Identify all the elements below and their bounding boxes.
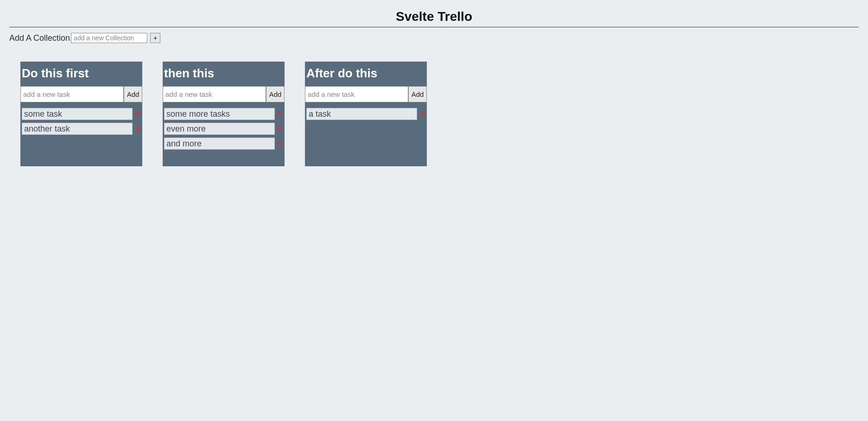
add-task-input[interactable] (20, 86, 124, 102)
task-text[interactable]: even more (164, 123, 275, 135)
add-task-input[interactable] (163, 86, 266, 102)
task-text[interactable]: and more (164, 138, 275, 150)
task-row: a taskX (305, 108, 427, 120)
collection-title: Do this first (20, 62, 142, 86)
delete-icon[interactable]: X (134, 125, 141, 132)
delete-icon[interactable]: X (277, 140, 283, 147)
add-task-row: Add (20, 86, 142, 102)
add-task-button[interactable]: Add (408, 86, 427, 102)
collection: After do thisAdda taskX (305, 62, 427, 166)
collection-title: then this (163, 62, 285, 86)
collection: Do this firstAddsome taskXanother taskX (20, 62, 142, 166)
delete-icon[interactable]: X (419, 110, 425, 118)
add-collection-button[interactable]: + (150, 33, 160, 43)
task-text[interactable]: a task (306, 108, 417, 120)
board: Do this firstAddsome taskXanother taskXt… (9, 62, 859, 166)
task-row: another taskX (20, 123, 142, 135)
add-collection-input[interactable] (71, 33, 147, 43)
task-text[interactable]: another task (22, 123, 133, 135)
add-task-button[interactable]: Add (124, 86, 142, 102)
task-text[interactable]: some more tasks (164, 108, 275, 120)
collection-title: After do this (305, 62, 427, 86)
add-collection-label: Add A Collection (9, 33, 70, 43)
page-title: Svelte Trello (9, 9, 859, 24)
add-task-row: Add (305, 86, 427, 102)
add-task-button[interactable]: Add (266, 86, 285, 102)
task-text[interactable]: some task (22, 108, 133, 120)
header-divider (9, 27, 859, 27)
add-task-input[interactable] (305, 86, 408, 102)
task-row: even moreX (163, 123, 285, 135)
collection: then thisAddsome more tasksXeven moreXan… (163, 62, 285, 166)
task-row: and moreX (163, 138, 285, 150)
task-row: some more tasksX (163, 108, 285, 120)
delete-icon[interactable]: X (277, 125, 283, 132)
add-task-row: Add (163, 86, 285, 102)
task-row: some taskX (20, 108, 142, 120)
delete-icon[interactable]: X (134, 110, 141, 118)
add-collection-row: Add A Collection + (9, 33, 859, 43)
delete-icon[interactable]: X (277, 110, 283, 118)
